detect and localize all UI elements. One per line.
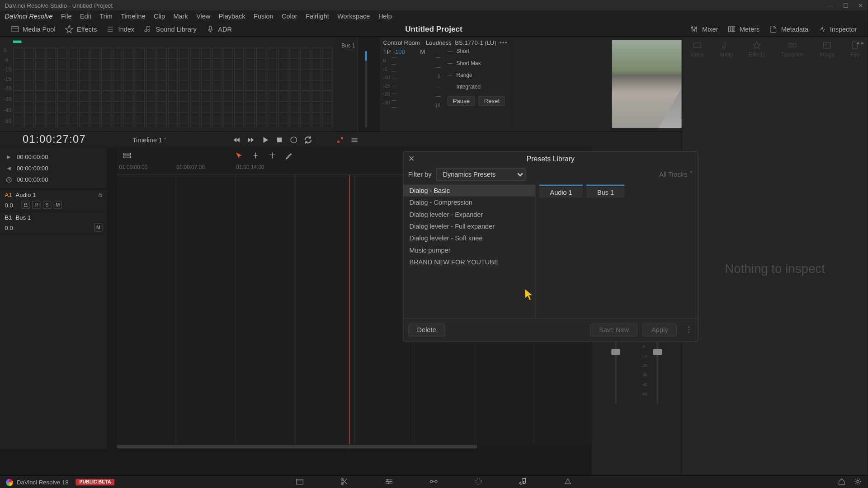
adr-button[interactable]: ADR bbox=[201, 22, 236, 35]
lock-icon[interactable] bbox=[21, 201, 29, 209]
menu-edit[interactable]: Edit bbox=[76, 13, 95, 20]
meters-button[interactable]: Meters bbox=[723, 22, 764, 35]
track-a1[interactable]: A1 Audio 1 fx 0.0 R S M bbox=[0, 189, 107, 212]
effects-button[interactable]: Effects bbox=[60, 22, 102, 35]
inspector-tab-image[interactable]: Image bbox=[816, 41, 838, 58]
automation-settings-icon[interactable] bbox=[350, 136, 359, 144]
record-arm-button[interactable]: R bbox=[32, 201, 40, 209]
track-b1-name: Bus 1 bbox=[16, 214, 31, 221]
menu-fusion[interactable]: Fusion bbox=[250, 13, 278, 20]
loop-button[interactable] bbox=[304, 136, 312, 144]
stop-button[interactable] bbox=[275, 136, 283, 144]
range-out[interactable]: 00:00:00:00 bbox=[6, 163, 101, 174]
menu-app[interactable]: DaVinci Resolve bbox=[4, 13, 57, 20]
preset-item[interactable]: BRAND NEW FOR YOUTUBE bbox=[403, 256, 535, 268]
adr-label: ADR bbox=[218, 25, 232, 33]
inspector-button[interactable]: Inspector bbox=[813, 22, 862, 35]
save-new-button[interactable]: Save New bbox=[590, 324, 638, 337]
settings-icon[interactable] bbox=[854, 478, 862, 487]
preset-track-audio1[interactable]: Audio 1 bbox=[539, 187, 583, 198]
automation-write-icon[interactable] bbox=[336, 136, 344, 144]
metadata-button[interactable]: Metadata bbox=[764, 22, 813, 35]
all-tracks-dropdown[interactable]: All Tracks ˅ bbox=[659, 171, 693, 178]
menu-mark[interactable]: Mark bbox=[169, 13, 192, 20]
track-a1-gain[interactable]: 0.0 bbox=[5, 202, 19, 208]
menu-workspace[interactable]: Workspace bbox=[333, 13, 374, 20]
next-button[interactable] bbox=[247, 136, 255, 144]
track-b1[interactable]: B1 Bus 1 0.0 M bbox=[0, 212, 107, 235]
media-pool-label: Media Pool bbox=[23, 25, 56, 33]
preset-item[interactable]: Dialog leveler - Full expander bbox=[403, 221, 535, 232]
index-button[interactable]: Index bbox=[102, 22, 139, 35]
timeline-selector[interactable]: Timeline 1 bbox=[132, 136, 167, 143]
inspector-tab-audio[interactable]: Audio bbox=[716, 41, 736, 58]
pencil-tool-icon[interactable] bbox=[285, 151, 293, 160]
filter-select[interactable]: Dynamics Presets bbox=[436, 168, 526, 181]
tp-label: TP bbox=[383, 48, 391, 55]
minimize-icon[interactable]: — bbox=[828, 2, 834, 9]
color-page-icon[interactable] bbox=[474, 477, 483, 487]
preset-item[interactable]: Dialog leveler - Soft knee bbox=[403, 232, 535, 244]
menu-trim[interactable]: Trim bbox=[95, 13, 117, 20]
cut-page-icon[interactable] bbox=[340, 477, 349, 487]
fader-bus1[interactable]: 0-5-10-20-30-40-50 bbox=[637, 332, 678, 404]
apply-button[interactable]: Apply bbox=[642, 324, 677, 337]
preset-item[interactable]: Dialog - Basic bbox=[403, 185, 535, 197]
mute-button[interactable]: M bbox=[94, 223, 102, 231]
menu-playback[interactable]: Playback bbox=[215, 13, 250, 20]
preset-item[interactable]: Dialog leveler - Expander bbox=[403, 208, 535, 220]
sound-library-label: Sound Library bbox=[156, 25, 197, 33]
prev-button[interactable] bbox=[232, 136, 241, 144]
filter-by-label: Filter by bbox=[408, 171, 432, 178]
menu-clip[interactable]: Clip bbox=[150, 13, 169, 20]
marker-tool-icon[interactable] bbox=[251, 151, 259, 160]
preset-item[interactable]: Dialog - Compression bbox=[403, 197, 535, 208]
preset-item[interactable]: Music pumper bbox=[403, 244, 535, 256]
presets-options-icon[interactable]: ⋮ bbox=[685, 326, 693, 334]
deliver-page-icon[interactable] bbox=[563, 477, 572, 487]
range-in[interactable]: 00:00:00:00 bbox=[6, 151, 101, 163]
inspector-tab-effects[interactable]: Effects bbox=[745, 41, 769, 58]
menu-help[interactable]: Help bbox=[374, 13, 396, 20]
track-fx-icon[interactable]: fx bbox=[98, 192, 102, 198]
fader-a1[interactable]: 0-5-10-20-30-40-50 bbox=[595, 332, 637, 404]
pause-button[interactable]: Pause bbox=[448, 96, 475, 106]
maximize-icon[interactable]: ☐ bbox=[843, 2, 849, 9]
fairlight-page-icon[interactable] bbox=[519, 477, 528, 487]
media-pool-button[interactable]: Media Pool bbox=[6, 22, 60, 35]
record-button[interactable] bbox=[289, 136, 297, 144]
fusion-page-icon[interactable] bbox=[429, 477, 439, 487]
presets-close-icon[interactable]: ✕ bbox=[408, 154, 415, 163]
reset-button[interactable]: Reset bbox=[479, 96, 505, 106]
meter-tick-30: -30 bbox=[4, 97, 11, 103]
menu-view[interactable]: View bbox=[192, 13, 215, 20]
home-icon[interactable] bbox=[838, 478, 845, 487]
timeline-view-icon[interactable] bbox=[123, 151, 131, 160]
track-a1-name: Audio 1 bbox=[16, 192, 36, 198]
index-label: Index bbox=[118, 25, 134, 33]
close-icon[interactable]: ✕ bbox=[858, 2, 863, 9]
menu-file[interactable]: File bbox=[57, 13, 76, 20]
selection-tool-icon[interactable] bbox=[235, 151, 243, 160]
delete-button[interactable]: Delete bbox=[408, 324, 445, 337]
mute-button[interactable]: M bbox=[54, 201, 62, 209]
edit-page-icon[interactable] bbox=[385, 477, 394, 487]
play-button[interactable] bbox=[261, 136, 269, 144]
preset-track-bus1[interactable]: Bus 1 bbox=[586, 187, 625, 198]
menu-color[interactable]: Color bbox=[278, 13, 302, 20]
mixer-icon bbox=[690, 25, 698, 33]
playhead[interactable] bbox=[349, 175, 349, 449]
inspector-tab-transition[interactable]: Transition bbox=[777, 41, 807, 58]
mixer-button[interactable]: Mixer bbox=[685, 22, 723, 35]
loudness-options-icon[interactable]: ••• bbox=[500, 39, 508, 46]
inspector-tab-file[interactable]: File bbox=[847, 41, 863, 58]
range-tool-icon[interactable] bbox=[268, 151, 276, 160]
inspector-tab-video[interactable]: Video bbox=[687, 41, 708, 58]
media-page-icon[interactable] bbox=[295, 477, 304, 487]
track-b1-gain[interactable]: 0.0 bbox=[5, 224, 19, 230]
solo-button[interactable]: S bbox=[43, 201, 51, 209]
ruler-tick: 01:00:00:00 bbox=[119, 164, 148, 170]
sound-library-button[interactable]: Sound Library bbox=[139, 22, 202, 35]
menu-timeline[interactable]: Timeline bbox=[117, 13, 150, 20]
menu-fairlight[interactable]: Fairlight bbox=[302, 13, 333, 20]
